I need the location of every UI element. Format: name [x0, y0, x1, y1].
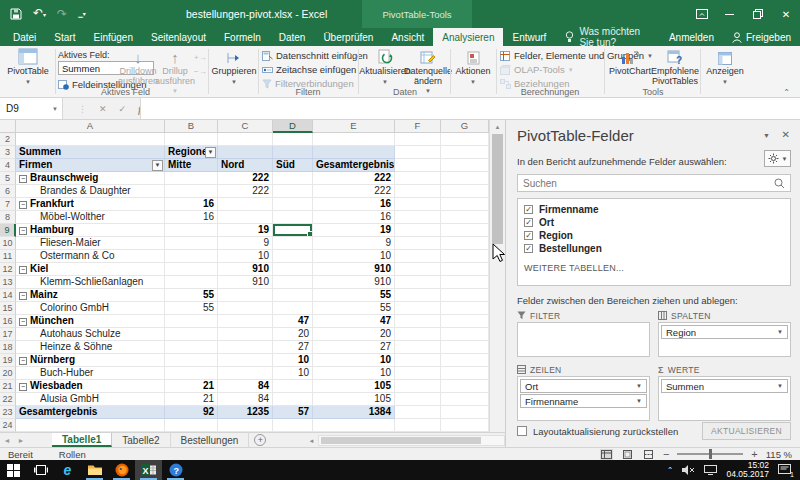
cell-a2[interactable]: [16, 133, 165, 146]
cell-a19[interactable]: −Nürnberg: [16, 354, 165, 367]
cell-c3[interactable]: [218, 146, 273, 159]
checkbox-icon[interactable]: ✓: [524, 244, 533, 253]
cell-c20[interactable]: [218, 367, 273, 380]
chevron-down-icon[interactable]: ▼: [777, 329, 783, 335]
insert-slicer-button[interactable]: Datenschnitt einfügen: [262, 50, 368, 61]
cell-c24[interactable]: [218, 419, 273, 432]
row-header-6[interactable]: 6: [0, 185, 16, 198]
collapse-ribbon-icon[interactable]: ⌃: [783, 88, 790, 97]
cell-f2[interactable]: [395, 133, 441, 146]
cell-a22[interactable]: Alusia GmbH: [16, 393, 165, 406]
cell-g23[interactable]: [441, 406, 489, 419]
cell-f22[interactable]: [395, 393, 441, 406]
cell-a5[interactable]: −Braunschweig: [16, 172, 165, 185]
cell-f5[interactable]: [395, 172, 441, 185]
cell-b8[interactable]: 16: [165, 211, 218, 224]
cell-f20[interactable]: [395, 367, 441, 380]
tray-expand-icon[interactable]: ⌃: [667, 466, 674, 475]
zoom-slider[interactable]: [677, 453, 743, 455]
chevron-down-icon[interactable]: ▼: [636, 398, 642, 404]
row-header-12[interactable]: 12: [0, 263, 16, 276]
undo-icon[interactable]: ↶▾: [33, 7, 46, 21]
cell-c6[interactable]: 222: [218, 185, 273, 198]
row-header-20[interactable]: 20: [0, 367, 16, 380]
cell-e9[interactable]: 19: [313, 224, 395, 237]
cell-b15[interactable]: 55: [165, 302, 218, 315]
cell-f8[interactable]: [395, 211, 441, 224]
cell-e12[interactable]: 910: [313, 263, 395, 276]
vertical-scroll-thumb[interactable]: [492, 134, 503, 244]
column-header-d[interactable]: D: [273, 120, 313, 133]
cell-f6[interactable]: [395, 185, 441, 198]
checkbox-icon[interactable]: ✓: [524, 218, 533, 227]
cell-b5[interactable]: [165, 172, 218, 185]
field-item-firmenname[interactable]: ✓Firmenname: [524, 203, 784, 216]
active-cell-D9[interactable]: [273, 224, 313, 237]
cell-f7[interactable]: [395, 198, 441, 211]
cell-d6[interactable]: [273, 185, 313, 198]
cell-g4[interactable]: [441, 159, 489, 172]
cell-b12[interactable]: [165, 263, 218, 276]
normal-view-icon[interactable]: [600, 449, 613, 460]
panel-options-icon[interactable]: ▼: [763, 132, 770, 139]
cell-g20[interactable]: [441, 367, 489, 380]
collapse-icon[interactable]: −: [19, 227, 27, 235]
zoom-out-icon[interactable]: −: [663, 449, 669, 459]
row-header-13[interactable]: 13: [0, 276, 16, 289]
tools-gear-button[interactable]: ▼: [764, 150, 791, 167]
cell-f17[interactable]: [395, 328, 441, 341]
cell-e16[interactable]: 47: [313, 315, 395, 328]
cell-e24[interactable]: [313, 419, 395, 432]
cell-g21[interactable]: [441, 380, 489, 393]
field-chip-region[interactable]: Region▼: [661, 325, 788, 339]
search-input[interactable]: Suchen: [517, 174, 791, 192]
field-chip-firmenname[interactable]: Firmenname▼: [520, 394, 647, 408]
cell-e14[interactable]: 55: [313, 289, 395, 302]
cell-f14[interactable]: [395, 289, 441, 302]
cell-e6[interactable]: 222: [313, 185, 395, 198]
cell-a11[interactable]: Ostermann & Co: [16, 250, 165, 263]
cell-g13[interactable]: [441, 276, 489, 289]
taskbar-excel-icon[interactable]: X: [135, 460, 162, 480]
area-dropzone-spalten[interactable]: Region▼: [658, 322, 791, 357]
tell-me-box[interactable]: Was möchten Sie tun?: [555, 28, 660, 46]
row-header-7[interactable]: 7: [0, 198, 16, 211]
pivotchart-button[interactable]: PivotChart: [608, 48, 652, 77]
taskbar-explorer-icon[interactable]: [81, 460, 108, 480]
cell-d3[interactable]: [273, 146, 313, 159]
cell-e18[interactable]: 27: [313, 341, 395, 354]
scroll-up-icon[interactable]: ▲: [490, 120, 505, 133]
cell-g7[interactable]: [441, 198, 489, 211]
ribbon-tab-ansicht[interactable]: Ansicht: [382, 28, 433, 46]
cell-c7[interactable]: [218, 198, 273, 211]
zoom-level[interactable]: 115 %: [766, 449, 792, 460]
cell-g8[interactable]: [441, 211, 489, 224]
cell-f9[interactable]: [395, 224, 441, 237]
update-button[interactable]: AKTUALISIEREN: [702, 422, 791, 440]
row-header-9[interactable]: 9: [0, 224, 16, 237]
cell-e15[interactable]: 55: [313, 302, 395, 315]
save-icon[interactable]: [10, 8, 22, 20]
cell-b19[interactable]: [165, 354, 218, 367]
cell-d17[interactable]: 20: [273, 328, 313, 341]
cell-g24[interactable]: [441, 419, 489, 432]
taskbar-firefox-icon[interactable]: [108, 460, 135, 480]
cell-e2[interactable]: [313, 133, 395, 146]
cell-d23[interactable]: 57: [273, 406, 313, 419]
row-header-15[interactable]: 15: [0, 302, 16, 315]
row-header-11[interactable]: 11: [0, 250, 16, 263]
cell-e19[interactable]: 10: [313, 354, 395, 367]
ribbon-tab-seitenlayout[interactable]: Seitenlayout: [142, 28, 215, 46]
column-header-c[interactable]: C: [218, 120, 273, 133]
cell-a12[interactable]: −Kiel: [16, 263, 165, 276]
cell-a16[interactable]: −München: [16, 315, 165, 328]
taskbar-help-icon[interactable]: ?: [162, 460, 189, 480]
volume-muted-icon[interactable]: [682, 465, 695, 475]
taskbar-task-view-icon[interactable]: [27, 460, 54, 480]
cell-c17[interactable]: [218, 328, 273, 341]
row-header-4[interactable]: 4: [0, 159, 16, 172]
cell-d10[interactable]: [273, 237, 313, 250]
cell-g5[interactable]: [441, 172, 489, 185]
customize-qat-icon[interactable]: ▁▾: [78, 8, 86, 20]
cell-f18[interactable]: [395, 341, 441, 354]
